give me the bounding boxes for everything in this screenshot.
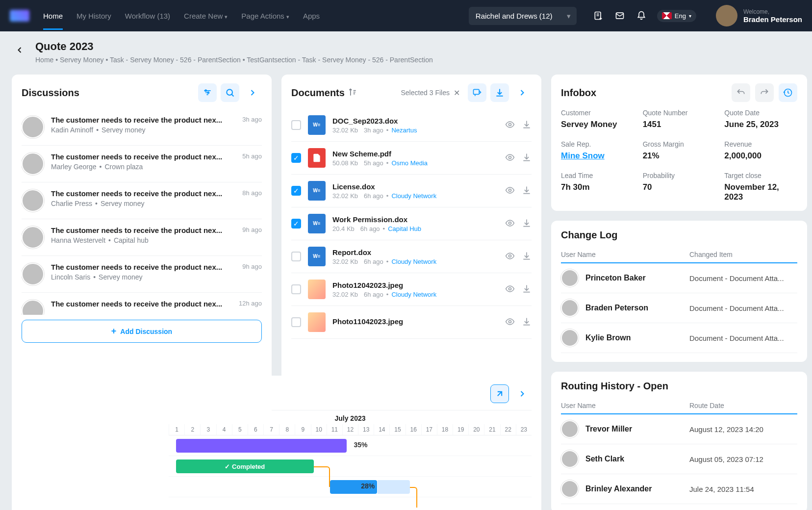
preview-icon[interactable] <box>505 284 515 295</box>
document-name[interactable]: Photo12042023.jpeg <box>332 281 498 289</box>
add-discussion-label: Add Discussion <box>120 328 172 335</box>
download-icon[interactable] <box>522 284 532 295</box>
chevron-down-icon: ▾ <box>286 14 289 20</box>
preview-icon[interactable] <box>505 317 515 328</box>
routing-user: Brinley Alexander <box>585 484 689 493</box>
document-checkbox[interactable]: ✓ <box>291 153 301 163</box>
discussion-item[interactable]: The customer needs to receive the produc… <box>22 219 262 256</box>
document-checkbox[interactable] <box>291 284 301 294</box>
nav-tab-workflow[interactable]: Workflow (13) <box>125 2 170 30</box>
sort-icon[interactable] <box>348 87 357 99</box>
document-checkbox[interactable] <box>291 120 301 130</box>
document-name[interactable]: License.dox <box>332 182 498 191</box>
routing-row[interactable]: Trevor Miller August 12, 2023 14:20 <box>561 414 797 444</box>
nav-tab-history[interactable]: My History <box>76 2 111 30</box>
discussion-title: The customer needs to receive the produc… <box>51 226 222 234</box>
routing-col-date: Route Date <box>689 402 797 409</box>
add-discussion-button[interactable]: + Add Discussion <box>22 320 262 343</box>
discussion-meta: Charlie Press•Servey money <box>51 200 262 207</box>
download-icon[interactable] <box>522 120 532 131</box>
changelog-row[interactable]: Kylie Brown Document - Document Atta... <box>561 323 797 353</box>
infobox-label: Gross Margin <box>643 140 716 148</box>
download-icon[interactable] <box>522 317 532 328</box>
infobox-value: 7h 30m <box>561 182 634 192</box>
fullscreen-button[interactable] <box>490 384 509 403</box>
preview-icon[interactable] <box>505 153 515 164</box>
discussion-item[interactable]: The customer needs to receive the produc… <box>22 109 262 146</box>
infobox-card: Infobox Customer Servey Money Quote Numb… <box>551 75 807 211</box>
document-checkbox[interactable]: ✓ <box>291 186 301 196</box>
mail-icon[interactable] <box>614 10 626 22</box>
gantt-day: 6 <box>248 424 263 435</box>
document-checkbox[interactable] <box>291 252 301 261</box>
gantt-row <box>169 497 532 510</box>
preview-icon[interactable] <box>505 251 515 262</box>
download-all-button[interactable] <box>490 83 509 102</box>
back-button[interactable] <box>12 42 27 58</box>
nav-tab-home[interactable]: Home <box>43 2 63 30</box>
entity-selector[interactable]: Raichel and Drews (12) <box>469 7 577 25</box>
infobox-value[interactable]: Mine Snow <box>561 151 634 161</box>
discussion-item[interactable]: The customer needs to receive the produc… <box>22 182 262 219</box>
new-doc-icon[interactable] <box>592 10 604 22</box>
breadcrumb[interactable]: Home • Servey Money • Task - Servey Mone… <box>35 56 433 64</box>
avatar <box>22 300 44 315</box>
preview-icon[interactable] <box>505 120 515 131</box>
document-name[interactable]: Photo11042023.jpeg <box>332 317 498 326</box>
gantt-bar-parent[interactable] <box>176 439 347 453</box>
chevron-down-icon: ▾ <box>225 14 228 20</box>
discussion-title: The customer needs to receive the produc… <box>51 153 222 161</box>
discussion-item[interactable]: The customer needs to receive the produc… <box>22 146 262 182</box>
search-button[interactable] <box>221 83 239 102</box>
history-button[interactable] <box>779 83 797 102</box>
documents-expand-button[interactable] <box>513 83 532 102</box>
infobox-field: Quote Number 1451 <box>643 109 716 129</box>
filter-button[interactable] <box>198 83 217 102</box>
document-name[interactable]: Report.dox <box>332 248 498 256</box>
clear-selection-button[interactable]: ✕ <box>454 88 460 98</box>
document-checkbox[interactable]: ✓ <box>291 219 301 229</box>
user-menu[interactable]: Welcome, Braden Peterson <box>716 5 802 26</box>
document-name[interactable]: DOC_Sep2023.dox <box>332 117 498 125</box>
infobox-field: Lead Time 7h 30m <box>561 172 634 202</box>
bell-icon[interactable] <box>635 10 647 22</box>
nav-tab-create[interactable]: Create New▾ <box>184 2 228 30</box>
file-type-icon: W≡ <box>308 115 326 135</box>
undo-button[interactable] <box>732 83 750 102</box>
routing-title: Routing History - Open <box>561 381 797 392</box>
gantt-expand-button[interactable] <box>513 384 532 403</box>
avatar <box>22 153 44 175</box>
gantt-day: 23 <box>516 424 532 435</box>
preview-icon[interactable] <box>505 218 515 230</box>
infobox-field: Probability 70 <box>643 172 716 202</box>
avatar <box>561 420 579 438</box>
nav-tab-page-actions[interactable]: Page Actions▾ <box>241 2 289 30</box>
document-name[interactable]: Work Permission.dox <box>332 215 498 224</box>
file-type-icon: W≡ <box>308 181 326 201</box>
document-meta: 32.02 Kb3h ago•Nezartus <box>332 127 498 134</box>
routing-row[interactable]: Brinley Alexander Jule 24, 2023 11:54 <box>561 474 797 504</box>
infobox-label: Target close <box>724 172 797 179</box>
document-name[interactable]: New Scheme.pdf <box>332 150 498 158</box>
discussion-time: 3h ago <box>242 116 262 124</box>
changelog-row[interactable]: Braden Peterson Document - Document Atta… <box>561 293 797 323</box>
language-selector[interactable]: Eng ▾ <box>657 10 696 22</box>
download-icon[interactable] <box>522 153 532 164</box>
discussion-item[interactable]: The customer needs to receive the produc… <box>22 256 262 293</box>
nav-tabs: Home My History Workflow (13) Create New… <box>43 2 320 30</box>
infobox-label: Quote Date <box>724 109 797 117</box>
discussion-item[interactable]: The customer needs to receive the produc… <box>22 293 262 315</box>
gantt-day: 12 <box>342 424 358 435</box>
download-icon[interactable] <box>522 185 532 197</box>
changelog-row[interactable]: Princeton Baker Document - Document Atta… <box>561 263 797 293</box>
preview-icon[interactable] <box>505 185 515 197</box>
gantt-bar-child1[interactable]: ✓ Completed <box>176 459 314 473</box>
download-selected-button[interactable] <box>468 83 486 102</box>
download-icon[interactable] <box>522 251 532 262</box>
expand-button[interactable] <box>243 83 262 102</box>
download-icon[interactable] <box>522 218 532 230</box>
nav-tab-apps[interactable]: Apps <box>303 2 320 30</box>
routing-row[interactable]: Seth Clark August 05, 2023 07:12 <box>561 444 797 474</box>
redo-button[interactable] <box>755 83 774 102</box>
document-checkbox[interactable] <box>291 317 301 327</box>
